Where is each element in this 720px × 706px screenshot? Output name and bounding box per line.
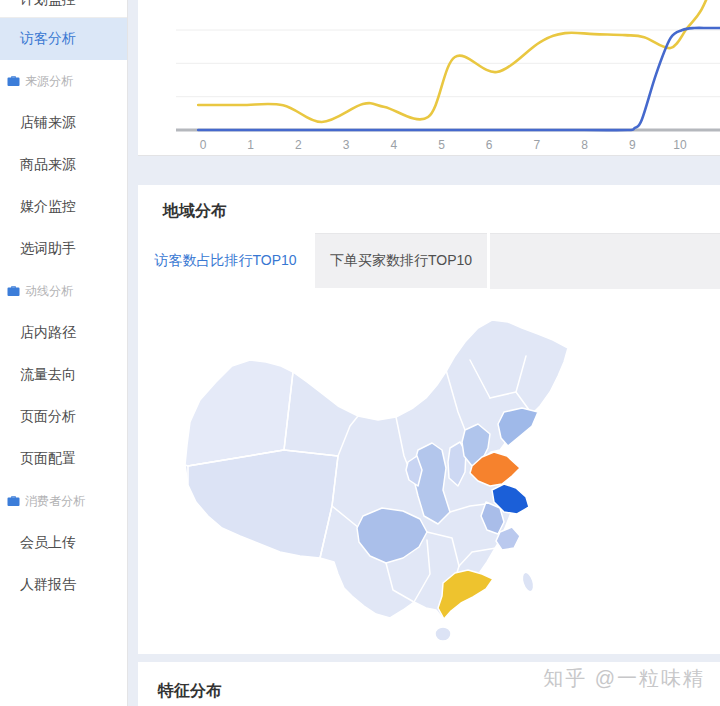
sidebar-item-label: 商品来源 <box>20 156 76 174</box>
region-tabbar: 访客数占比排行TOP10下单买家数排行TOP10 <box>138 233 720 288</box>
island-hainan[interactable] <box>435 627 451 641</box>
folder-chart-icon <box>7 495 20 507</box>
svg-text:9: 9 <box>629 138 636 152</box>
sidebar-item-label: 店铺来源 <box>20 114 76 132</box>
svg-text:7: 7 <box>534 138 541 152</box>
yellow-series <box>198 0 716 122</box>
svg-text:3: 3 <box>343 138 350 152</box>
tabbar-filler <box>490 233 720 289</box>
sidebar-item[interactable]: 计划监控 <box>0 0 127 18</box>
x-axis-tick-labels: 012345678910 <box>200 138 687 152</box>
svg-text:2: 2 <box>295 138 302 152</box>
sidebar-item-label: 页面分析 <box>20 408 76 426</box>
sidebar-item[interactable]: 页面分析 <box>0 396 127 438</box>
svg-text:4: 4 <box>390 138 397 152</box>
main-content: 012345678910 地域分布 访客数占比排行TOP10下单买家数排行TOP… <box>128 0 720 706</box>
sidebar-item[interactable]: 店铺来源 <box>0 102 127 144</box>
sidebar-item-label: 计划监控 <box>20 0 76 9</box>
sidebar-item-label: 流量去向 <box>20 366 76 384</box>
sidebar-item-label: 会员上传 <box>20 534 76 552</box>
region-tab-1[interactable]: 下单买家数排行TOP10 <box>315 233 487 288</box>
sidebar-item[interactable]: 页面配置 <box>0 438 127 480</box>
sidebar-item-label: 页面配置 <box>20 450 76 468</box>
chart-series-lines <box>198 0 720 130</box>
sidebar-item[interactable]: 店内路径 <box>0 312 127 354</box>
province-tibet-qinghai[interactable] <box>188 450 338 558</box>
sidebar-item-label: 媒介监控 <box>20 198 76 216</box>
sidebar-item[interactable]: 商品来源 <box>0 144 127 186</box>
blue-series <box>198 28 720 130</box>
svg-text:5: 5 <box>438 138 445 152</box>
region-section-title: 地域分布 <box>163 201 227 222</box>
sidebar-item-label: 店内路径 <box>20 324 76 342</box>
sidebar-item-label: 访客分析 <box>20 30 76 48</box>
region-distribution-card: 地域分布 访客数占比排行TOP10下单买家数排行TOP10 <box>138 185 720 654</box>
region-tab-0[interactable]: 访客数占比排行TOP10 <box>138 233 313 288</box>
sidebar-item[interactable]: 选词助手 <box>0 228 127 270</box>
china-map <box>160 300 600 650</box>
svg-text:8: 8 <box>581 138 588 152</box>
sidebar-item-label: 人群报告 <box>20 576 76 594</box>
sidebar-nav: 计划监控访客分析来源分析店铺来源商品来源媒介监控选词助手动线分析店内路径流量去向… <box>0 0 128 706</box>
sidebar-section-header: 动线分析 <box>0 270 127 312</box>
sidebar-item-label: 来源分析 <box>25 73 73 90</box>
sidebar-item[interactable]: 媒介监控 <box>0 186 127 228</box>
folder-chart-icon <box>7 75 20 87</box>
island-taiwan[interactable] <box>520 571 536 593</box>
sidebar-section-header: 来源分析 <box>0 60 127 102</box>
sidebar-item-label: 动线分析 <box>25 283 73 300</box>
sidebar-item-label: 选词助手 <box>20 240 76 258</box>
sidebar-item[interactable]: 流量去向 <box>0 354 127 396</box>
folder-chart-icon <box>7 285 20 297</box>
feature-section-title: 特征分布 <box>158 681 222 702</box>
svg-text:6: 6 <box>486 138 493 152</box>
watermark-text: 知乎 @一粒味精 <box>543 665 705 692</box>
trend-chart-card: 012345678910 <box>138 0 720 156</box>
svg-text:1: 1 <box>247 138 254 152</box>
trend-line-chart: 012345678910 <box>138 0 720 155</box>
sidebar-item[interactable]: 会员上传 <box>0 522 127 564</box>
svg-text:10: 10 <box>673 138 687 152</box>
sidebar-section-header: 消费者分析 <box>0 480 127 522</box>
province-xinjiang[interactable] <box>185 360 293 466</box>
dashboard-screen: 计划监控访客分析来源分析店铺来源商品来源媒介监控选词助手动线分析店内路径流量去向… <box>0 0 720 706</box>
svg-text:0: 0 <box>200 138 207 152</box>
sidebar-item-active[interactable]: 访客分析 <box>0 18 127 60</box>
province-liaoning[interactable] <box>498 408 538 446</box>
sidebar-item[interactable]: 人群报告 <box>0 564 127 606</box>
sidebar-item-label: 消费者分析 <box>25 493 85 510</box>
